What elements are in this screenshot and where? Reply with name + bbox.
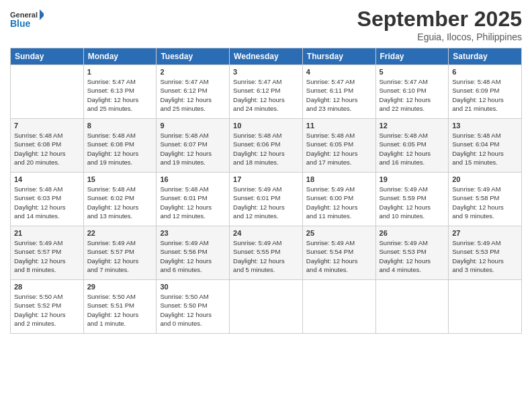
info-line: Sunrise: 5:49 AM	[452, 239, 500, 246]
day-number: 28	[14, 283, 80, 291]
day-number: 7	[14, 122, 80, 130]
info-line: and 12 minutes.	[160, 212, 206, 220]
info-line: Sunset: 6:07 PM	[160, 140, 207, 148]
day-cell: 10Sunrise: 5:48 AMSunset: 6:06 PMDayligh…	[230, 119, 303, 173]
info-line: Sunset: 5:55 PM	[233, 248, 280, 255]
info-line: Sunrise: 5:49 AM	[380, 239, 428, 246]
info-line: Sunrise: 5:49 AM	[452, 185, 500, 193]
info-line: Sunset: 5:53 PM	[380, 248, 427, 255]
day-cell	[11, 65, 84, 119]
info-line: Sunrise: 5:49 AM	[14, 239, 62, 246]
col-thursday: Thursday	[302, 48, 375, 65]
info-line: Daylight: 12 hours	[87, 203, 139, 211]
cell-info: Sunrise: 5:49 AMSunset: 5:57 PMDaylight:…	[87, 238, 153, 274]
day-cell: 18Sunrise: 5:49 AMSunset: 6:00 PMDayligh…	[302, 173, 375, 226]
day-number: 9	[160, 122, 226, 130]
info-line: Daylight: 12 hours	[306, 150, 358, 157]
day-cell	[302, 280, 375, 334]
info-line: and 13 minutes.	[87, 212, 133, 220]
info-line: Sunrise: 5:48 AM	[160, 132, 208, 139]
day-cell: 11Sunrise: 5:48 AMSunset: 6:05 PMDayligh…	[302, 119, 375, 173]
day-number: 16	[160, 175, 226, 183]
col-wednesday: Wednesday	[230, 48, 303, 65]
info-line: Sunset: 6:10 PM	[380, 87, 427, 94]
cell-info: Sunrise: 5:48 AMSunset: 6:02 PMDaylight:…	[87, 185, 153, 220]
cell-info: Sunrise: 5:48 AMSunset: 6:07 PMDaylight:…	[160, 131, 226, 167]
info-line: and 14 minutes.	[14, 212, 60, 220]
info-line: Sunrise: 5:47 AM	[380, 78, 428, 85]
info-line: and 18 minutes.	[233, 158, 279, 166]
day-number: 26	[380, 229, 445, 237]
info-line: Sunrise: 5:49 AM	[160, 239, 208, 246]
svg-text:Blue: Blue	[10, 18, 31, 29]
info-line: Daylight: 12 hours	[14, 257, 66, 265]
day-number: 29	[87, 283, 153, 291]
info-line: and 8 minutes.	[14, 266, 56, 273]
day-cell: 26Sunrise: 5:49 AMSunset: 5:53 PMDayligh…	[375, 226, 449, 280]
info-line: Sunset: 6:09 PM	[452, 87, 499, 94]
cell-info: Sunrise: 5:48 AMSunset: 6:08 PMDaylight:…	[87, 131, 153, 167]
info-line: Sunset: 6:02 PM	[87, 194, 134, 201]
info-line: and 10 minutes.	[380, 212, 425, 220]
info-line: Daylight: 12 hours	[380, 257, 431, 265]
info-line: Sunset: 5:59 PM	[380, 194, 427, 201]
month-title: September 2025	[357, 7, 522, 32]
day-number: 8	[87, 122, 153, 130]
info-line: Daylight: 12 hours	[452, 150, 504, 157]
day-cell: 17Sunrise: 5:49 AMSunset: 6:01 PMDayligh…	[230, 173, 303, 226]
info-line: Sunset: 6:01 PM	[233, 194, 280, 201]
info-line: Daylight: 12 hours	[452, 96, 504, 103]
info-line: Daylight: 12 hours	[160, 150, 212, 157]
info-line: Sunset: 6:06 PM	[233, 140, 280, 148]
info-line: Sunset: 5:56 PM	[160, 248, 207, 255]
info-line: Sunrise: 5:48 AM	[87, 132, 136, 139]
col-tuesday: Tuesday	[157, 48, 230, 65]
info-line: and 1 minute.	[87, 320, 126, 327]
day-cell	[449, 280, 522, 334]
info-line: Sunset: 5:50 PM	[160, 302, 207, 309]
week-row-3: 21Sunrise: 5:49 AMSunset: 5:57 PMDayligh…	[11, 226, 522, 280]
info-line: and 5 minutes.	[233, 266, 275, 273]
day-cell: 8Sunrise: 5:48 AMSunset: 6:08 PMDaylight…	[83, 119, 157, 173]
day-cell: 30Sunrise: 5:50 AMSunset: 5:50 PMDayligh…	[157, 280, 230, 334]
day-number: 3	[233, 68, 299, 76]
page: General Blue September 2025 Eguia, Iloco…	[0, 0, 532, 411]
calendar-table: Sunday Monday Tuesday Wednesday Thursday…	[10, 48, 522, 334]
day-cell: 15Sunrise: 5:48 AMSunset: 6:02 PMDayligh…	[83, 173, 157, 226]
day-number: 24	[233, 229, 299, 237]
info-line: and 9 minutes.	[452, 212, 494, 220]
info-line: Sunrise: 5:49 AM	[306, 185, 355, 193]
info-line: Sunrise: 5:50 AM	[14, 293, 62, 300]
col-friday: Friday	[375, 48, 449, 65]
info-line: Daylight: 12 hours	[87, 150, 139, 157]
cell-info: Sunrise: 5:47 AMSunset: 6:12 PMDaylight:…	[233, 77, 299, 113]
info-line: Sunset: 6:05 PM	[306, 140, 353, 148]
day-number: 12	[380, 122, 445, 130]
info-line: Sunrise: 5:50 AM	[87, 293, 136, 300]
info-line: and 23 minutes.	[306, 105, 352, 112]
info-line: Sunrise: 5:50 AM	[160, 293, 208, 300]
info-line: Sunset: 6:12 PM	[160, 87, 207, 94]
day-number: 6	[452, 68, 518, 76]
info-line: Daylight: 12 hours	[233, 96, 285, 103]
day-number: 14	[14, 175, 80, 183]
day-number: 21	[14, 229, 80, 237]
cell-info: Sunrise: 5:48 AMSunset: 6:05 PMDaylight:…	[306, 131, 372, 167]
day-number: 4	[306, 68, 372, 76]
cell-info: Sunrise: 5:48 AMSunset: 6:04 PMDaylight:…	[452, 131, 518, 167]
day-number: 23	[160, 229, 226, 237]
info-line: Sunset: 6:08 PM	[14, 140, 61, 148]
info-line: and 24 minutes.	[233, 105, 279, 112]
day-cell	[375, 280, 449, 334]
info-line: Sunset: 6:05 PM	[380, 140, 427, 148]
info-line: and 21 minutes.	[452, 105, 498, 112]
day-cell: 16Sunrise: 5:48 AMSunset: 6:01 PMDayligh…	[157, 173, 230, 226]
info-line: Daylight: 12 hours	[306, 257, 358, 265]
week-row-2: 14Sunrise: 5:48 AMSunset: 6:03 PMDayligh…	[11, 173, 522, 226]
info-line: Daylight: 12 hours	[380, 96, 431, 103]
info-line: Sunrise: 5:47 AM	[233, 78, 281, 85]
info-line: Daylight: 12 hours	[380, 203, 431, 211]
cell-info: Sunrise: 5:50 AMSunset: 5:52 PMDaylight:…	[14, 292, 80, 328]
info-line: and 20 minutes.	[14, 158, 60, 166]
info-line: Sunrise: 5:49 AM	[87, 239, 136, 246]
